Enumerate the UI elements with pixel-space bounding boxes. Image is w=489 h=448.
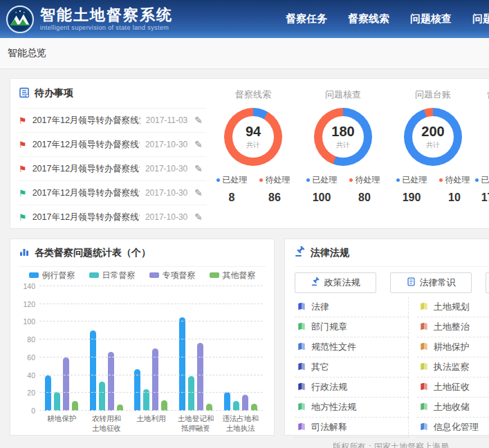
stat-1: 督察线索94共计已处理8待处理86 <box>208 88 298 228</box>
edit-icon[interactable]: ✎ <box>194 187 203 198</box>
legal-item[interactable]: 信息化管理 <box>417 418 489 438</box>
todo-item[interactable]: ⚑2017年12月领导转办督察线索2017-11-03✎ <box>19 108 207 132</box>
edit-icon[interactable]: ✎ <box>194 115 203 126</box>
stat-total-label: 共计 <box>336 140 350 150</box>
legal-item-label: 司法解释 <box>311 421 347 433</box>
y-axis-tick-label: 60 <box>19 353 35 362</box>
stat-processed-value: 190 <box>396 192 427 204</box>
legend-item[interactable]: 日常督察 <box>89 270 136 280</box>
legend-label: 其他督察 <box>223 270 256 281</box>
gridline <box>39 375 263 375</box>
legal-item[interactable]: 规范性文件 <box>295 337 409 357</box>
todo-item[interactable]: ⚑2017年12月领导转办督察线索2017-10-30✎ <box>19 180 207 205</box>
stat-processed: 已处理175 <box>474 174 489 204</box>
gridline <box>39 304 263 304</box>
edit-icon[interactable]: ✎ <box>194 163 203 174</box>
stat-processed-label: 已处理 <box>396 174 427 186</box>
legal-item-label: 法律 <box>311 301 329 313</box>
todo-item[interactable]: ⚑2017年12月领导转办督察线索2017-10-30✎ <box>19 205 207 229</box>
x-axis-category-label: 农转用和 土地征收 <box>84 414 129 433</box>
y-axis-tick-label: 80 <box>19 335 35 344</box>
x-axis-category-label: 土地利用 <box>129 414 174 433</box>
label-text: 已处理 <box>313 174 338 186</box>
legal-item[interactable]: 土地征收 <box>417 377 489 398</box>
todo-item-date: 2017-11-03 <box>146 115 188 125</box>
legal-item-label: 耕地保护 <box>434 341 470 353</box>
x-axis-category-label: 土地登记和 抵押融资 <box>174 414 219 433</box>
edit-icon[interactable]: ✎ <box>194 139 203 150</box>
legal-item[interactable]: 法律 <box>295 297 409 317</box>
bar <box>63 357 69 411</box>
legal-item[interactable]: 土地规划 <box>417 297 489 317</box>
legal-card: 法律法规 政策法规 法律常识 法律 土地规划 部门规章 土地整治 规范性文件 耕… <box>284 239 489 436</box>
top-nav: 督察任务督察线索问题核查问题台账 <box>286 0 489 38</box>
book-icon <box>297 342 306 353</box>
bar <box>242 395 248 411</box>
nav-item-3[interactable]: 问题核查 <box>410 12 452 26</box>
legend-item[interactable]: 其他督察 <box>210 270 256 280</box>
donut-center: 180共计 <box>322 116 364 158</box>
legal-item[interactable]: 部门规章 <box>295 317 409 337</box>
label-text: 待处理 <box>356 174 380 186</box>
todo-item-title: 2017年12月领导转办督察线索 <box>33 139 140 151</box>
bar-chart-card-header: 各类督察问题统计表（个） <box>19 239 266 267</box>
bar-chart-icon <box>19 246 30 259</box>
donut-chart: 200共计 <box>404 108 462 166</box>
todo-card-header: 待办事项 <box>19 79 207 108</box>
stat-pending: 待处理10 <box>439 174 470 204</box>
legal-item[interactable]: 其它 <box>295 357 409 377</box>
y-axis-tick-label: 100 <box>19 317 35 326</box>
nav-item-4[interactable]: 问题台账 <box>472 12 489 26</box>
bar <box>197 343 203 411</box>
nav-item-1[interactable]: 督察任务 <box>286 12 327 26</box>
legal-tab-label: 政策法规 <box>324 277 360 289</box>
legal-tab-3[interactable] <box>486 272 489 293</box>
legend-item[interactable]: 例行督察 <box>29 270 75 280</box>
stat-total-label: 共计 <box>426 140 440 150</box>
bar <box>54 392 60 411</box>
todo-item-date: 2017-10-30 <box>145 140 187 149</box>
edit-icon[interactable]: ✎ <box>194 212 203 223</box>
legal-item[interactable]: 行政法规 <box>295 377 409 398</box>
stat-processed: 已处理100 <box>306 174 338 204</box>
todo-item[interactable]: ⚑2017年12月领导转办督察线索2017-10-30✎ <box>19 156 207 180</box>
legal-card-title: 法律法规 <box>311 247 349 259</box>
flag-icon: ⚑ <box>19 116 27 125</box>
stat-processed-value: 175 <box>474 192 489 204</box>
stats-panel: 督察线索94共计已处理8待处理86问题核查180共计已处理100待处理80问题台… <box>208 79 489 228</box>
gavel-icon <box>311 277 320 288</box>
todo-item-date: 2017-10-30 <box>145 188 187 198</box>
donut-center: 94共计 <box>232 116 274 158</box>
flag-icon: ⚑ <box>19 140 27 149</box>
todo-item[interactable]: ⚑2017年12月领导转办督察线索2017-10-30✎ <box>19 132 207 156</box>
stat-legend: 已处理175待处理 <box>467 174 489 204</box>
bar-chart-plot: 020406080100120140 耕地保护农转用和 土地征收土地利用土地登记… <box>39 286 263 433</box>
todo-card-title: 待办事项 <box>35 87 73 100</box>
book-icon <box>420 342 428 353</box>
bar-chart-card: 各类督察问题统计表（个） 例行督察日常督察专项督察其他督察 0204060801… <box>10 239 275 436</box>
bar <box>72 401 78 411</box>
bar <box>233 401 239 411</box>
legal-items-grid: 法律 土地规划 部门规章 土地整治 规范性文件 耕地保护 其它 执法监察 行政法… <box>295 297 489 438</box>
legend-swatch-icon <box>89 272 99 278</box>
todo-item-title: 2017年12月领导转办督察线索 <box>33 187 140 199</box>
legal-item-label: 规范性文件 <box>311 341 356 353</box>
legal-item[interactable]: 土地收储 <box>417 398 489 418</box>
legal-item[interactable]: 耕地保护 <box>417 337 489 357</box>
legal-item[interactable]: 土地整治 <box>417 317 489 337</box>
legend-item[interactable]: 专项督察 <box>149 270 196 280</box>
bar <box>134 369 140 411</box>
stat-pending: 待处理80 <box>349 174 380 204</box>
donut-chart: 180共计 <box>314 108 372 166</box>
legal-tab-2[interactable]: 法律常识 <box>390 272 472 293</box>
legal-item-label: 土地规划 <box>434 301 470 313</box>
gridline <box>39 339 263 339</box>
legal-item[interactable]: 执法监察 <box>417 357 489 377</box>
legal-item[interactable]: 地方性法规 <box>295 398 409 418</box>
gridline <box>39 321 263 321</box>
legal-tab-1[interactable]: 政策法规 <box>295 272 376 293</box>
legal-item[interactable]: 司法解释 <box>295 418 409 438</box>
bar <box>161 400 167 411</box>
stat-pending-label: 待处理 <box>439 174 470 186</box>
nav-item-2[interactable]: 督察线索 <box>348 12 389 26</box>
